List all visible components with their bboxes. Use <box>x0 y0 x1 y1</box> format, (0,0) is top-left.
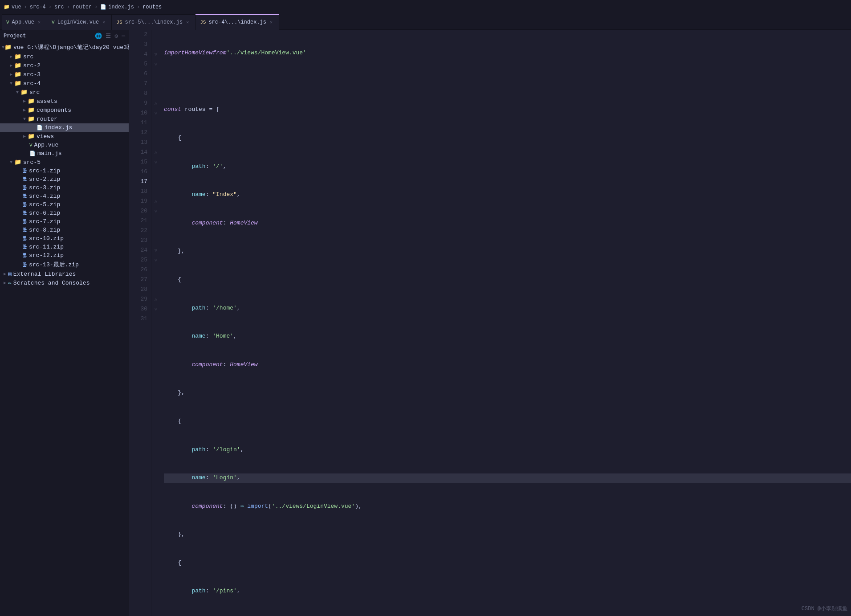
sidebar-item-src4[interactable]: ▼ 📁 src-4 <box>0 79 129 88</box>
tab-login-view[interactable]: V LoginView.vue ✕ <box>47 14 112 30</box>
js-file-icon-index: 📄 <box>37 125 43 131</box>
token-str-homeview: '../views/HomeView.vue' <box>226 49 306 58</box>
fold-ln-20[interactable]: ▽ <box>151 206 160 216</box>
tab-app-vue[interactable]: V App.vue ✕ <box>2 14 47 30</box>
expand-icon-src5: ▼ <box>8 160 14 165</box>
code-line-21: path: '/pins', <box>164 587 851 596</box>
tab-src5-index[interactable]: JS src-5\...\index.js ✕ <box>112 14 195 30</box>
code-line-8: component: HomeView <box>164 218 851 228</box>
fold-ln-12 <box>151 128 160 138</box>
folder-icon: 📁 <box>4 4 10 10</box>
token-import-fn-18: import <box>247 502 268 511</box>
ln-20: 20 <box>133 206 147 216</box>
token-closebrace-19: }, <box>164 530 185 539</box>
sidebar-item-src8-zip[interactable]: 🗜 src-8.zip <box>0 226 129 234</box>
code-line-19: }, <box>164 530 851 540</box>
code-line-11: path: '/home', <box>164 303 851 313</box>
sidebar-item-src2-zip[interactable]: 🗜 src-2.zip <box>0 175 129 184</box>
fold-ln-25[interactable]: ▽ <box>151 255 160 265</box>
sidebar-item-src5[interactable]: ▼ 📁 src-5 <box>0 158 129 167</box>
sidebar-item-src4-zip[interactable]: 🗜 src-4.zip <box>0 192 129 200</box>
token-from: from <box>212 49 226 58</box>
fold-ln-27 <box>151 275 160 285</box>
ln-2: 2 <box>133 30 147 40</box>
zip-icon-src8: 🗜 <box>22 227 27 233</box>
sidebar-item-src5-zip[interactable]: 🗜 src-5.zip <box>0 200 129 209</box>
tab-src4-index[interactable]: JS src-4\...\index.js ✕ <box>195 14 279 30</box>
sidebar-item-router[interactable]: ▼ 📁 router <box>0 114 129 123</box>
zip-icon-src6: 🗜 <box>22 210 27 216</box>
token-path-11 <box>164 304 191 313</box>
sidebar-item-src6-zip[interactable]: 🗜 src-6.zip <box>0 209 129 217</box>
token-closebrace-9: }, <box>164 247 185 256</box>
close-tab-app-vue[interactable]: ✕ <box>38 20 41 25</box>
sidebar-item-src7-zip[interactable]: 🗜 src-7.zip <box>0 217 129 226</box>
sidebar-item-ext-libs[interactable]: ▶ ▤ External Libraries <box>0 269 129 278</box>
fold-ln-14[interactable]: △ <box>151 147 160 157</box>
sidebar-item-src1-zip[interactable]: 🗜 src-1.zip <box>0 167 129 175</box>
sidebar-item-views[interactable]: ▶ 📁 views <box>0 132 129 141</box>
fold-ln-5[interactable]: ▽ <box>151 59 160 69</box>
globe-icon[interactable]: 🌐 <box>95 33 102 40</box>
sidebar-item-src3[interactable]: ▶ 📁 src-3 <box>0 70 129 79</box>
sidebar-item-src4-src[interactable]: ▼ 📁 src <box>0 88 129 97</box>
breadcrumb-src: src <box>54 4 64 10</box>
settings-icon[interactable]: ⚙ <box>114 33 118 40</box>
token-name-7 <box>164 190 191 200</box>
token-comma-16: , <box>240 445 244 455</box>
sidebar-item-src12-zip[interactable]: 🗜 src-12.zip <box>0 251 129 260</box>
token-colon-12: : <box>206 332 213 341</box>
sidebar-item-assets[interactable]: ▶ 📁 assets <box>0 97 129 106</box>
fold-ln-26 <box>151 265 160 275</box>
token-brace-15: { <box>164 417 181 426</box>
sidebar-item-src10-zip[interactable]: 🗜 src-10.zip <box>0 234 129 243</box>
sidebar-item-app-vue[interactable]: V App.vue <box>0 141 129 149</box>
sidebar-item-vue-root[interactable]: ▼ 📁 vue G:\课程\Django\笔记\day20 vue3和... <box>0 42 129 52</box>
fold-ln-30[interactable]: ▽ <box>151 304 160 314</box>
sidebar-item-src[interactable]: ▶ 📁 src <box>0 52 129 61</box>
fold-ln-29[interactable]: △ <box>151 294 160 304</box>
sidebar-item-src3-zip[interactable]: 🗜 src-3.zip <box>0 184 129 192</box>
close-tab-login-view[interactable]: ✕ <box>102 20 105 25</box>
item-label-src5: src-5 <box>23 159 41 166</box>
breadcrumb-src4-label: src-4 <box>30 4 46 10</box>
sidebar-item-src11-zip[interactable]: 🗜 src-11.zip <box>0 243 129 251</box>
ln-16: 16 <box>133 167 147 177</box>
fold-ln-19[interactable]: △ <box>151 196 160 206</box>
ln-15: 15 <box>133 157 147 167</box>
fold-ln-9[interactable]: △ <box>151 98 160 108</box>
close-tab-src4-index[interactable]: ✕ <box>270 20 273 25</box>
zip-icon-src11: 🗜 <box>22 244 27 250</box>
sidebar-item-components[interactable]: ▶ 📁 components <box>0 106 129 114</box>
fold-ln-3 <box>151 40 160 49</box>
sidebar-item-src2[interactable]: ▶ 📁 src-2 <box>0 61 129 70</box>
sidebar-item-src13-zip[interactable]: 🗜 src-13-最后.zip <box>0 260 129 269</box>
close-tab-src5-index[interactable]: ✕ <box>186 20 189 25</box>
js-icon-3: JS <box>116 20 122 25</box>
tab-src5-index-label: src-5\...\index.js <box>125 19 183 25</box>
token-comp-18 <box>164 502 191 511</box>
fold-ln-24[interactable]: ▽ <box>151 245 160 255</box>
zip-icon-src4: 🗜 <box>22 193 27 199</box>
fold-ln-21 <box>151 216 160 226</box>
fold-ln-4[interactable]: ▽ <box>151 49 160 59</box>
fold-ln-15[interactable]: ▽ <box>151 157 160 167</box>
sidebar-item-scratches[interactable]: ▶ ✏ Scratches and Consoles <box>0 278 129 287</box>
token-comma-21: , <box>237 587 240 596</box>
fold-ln-10[interactable]: ▽ <box>151 108 160 118</box>
vue-icon: V <box>6 20 9 25</box>
code-line-13: component: HomeView <box>164 360 851 370</box>
sidebar-item-main-js[interactable]: 📄 main.js <box>0 149 129 158</box>
ln-8: 8 <box>133 89 147 98</box>
code-content[interactable]: import HomeView from '../views/HomeView.… <box>160 30 851 616</box>
ln-27: 27 <box>133 275 147 285</box>
folder-icon-src2: 📁 <box>14 62 21 69</box>
token-comma-11: , <box>237 304 240 313</box>
ln-14: 14 <box>133 147 147 157</box>
scratches-icon: ✏ <box>8 279 12 286</box>
minus-icon[interactable]: — <box>122 33 125 40</box>
align-icon[interactable]: ☰ <box>106 33 111 40</box>
sidebar-item-index-js[interactable]: 📄 index.js <box>0 123 129 132</box>
code-editor[interactable]: 2 3 4 5 6 7 8 9 10 11 12 13 14 15 16 17 … <box>129 30 851 616</box>
fold-ln-7 <box>151 79 160 89</box>
